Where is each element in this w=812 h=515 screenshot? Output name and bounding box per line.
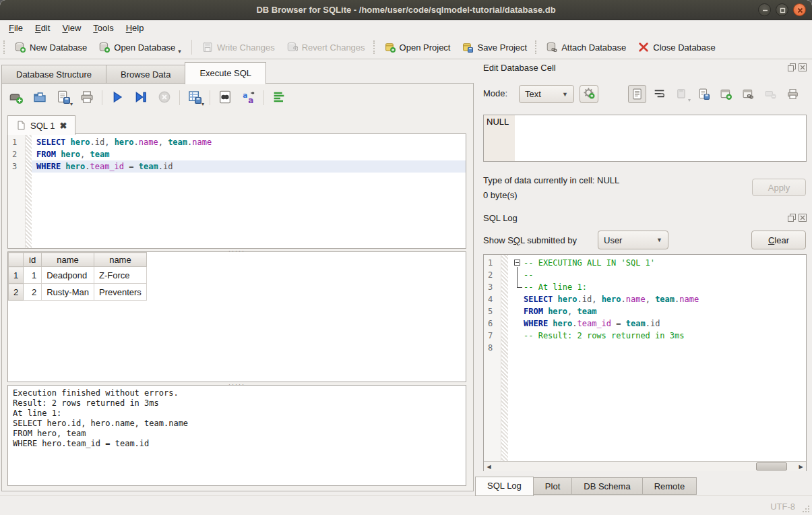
scroll-right-icon[interactable]: ▶ <box>796 462 806 471</box>
cell[interactable]: 1 <box>24 267 42 284</box>
tab-sql-log[interactable]: SQL Log <box>475 477 534 496</box>
attach-database-button[interactable]: Attach Database <box>540 38 632 57</box>
sql-doc-tab[interactable]: SQL 1 ✖ <box>7 115 75 135</box>
close-dock-icon[interactable] <box>799 63 807 71</box>
save-sql-file-button[interactable]: ▾ <box>55 89 72 107</box>
import-data-button: ▾ <box>673 85 691 103</box>
cell[interactable]: Rusty-Man <box>42 284 94 301</box>
cell-editor[interactable]: NULL <box>483 115 807 162</box>
sql-log-view[interactable]: 12345678-- EXECUTING ALL IN 'SQL 1'---- … <box>483 254 807 471</box>
text-view-button[interactable] <box>628 85 646 103</box>
log-horizontal-scrollbar[interactable]: ◀ ▶ <box>484 461 806 471</box>
tab-browse-data[interactable]: Browse Data <box>106 65 185 84</box>
toolbar-drag-handle[interactable] <box>535 40 537 54</box>
close-button[interactable] <box>793 3 806 16</box>
grid-corner-header[interactable] <box>9 253 24 267</box>
save-project-button[interactable]: Save Project <box>456 38 533 57</box>
find-and-replace-button[interactable]: aa <box>240 89 257 107</box>
float-dock-icon[interactable] <box>788 63 796 71</box>
export-data-button[interactable] <box>695 85 713 103</box>
line-number: 8 <box>484 342 501 354</box>
find-text-button[interactable] <box>216 89 234 107</box>
apply-button[interactable]: Apply <box>752 179 806 196</box>
close-database-button[interactable]: Close Database <box>632 38 722 57</box>
tab-execute-sql[interactable]: Execute SQL <box>185 62 266 84</box>
auto-switch-mode-button[interactable] <box>580 85 598 103</box>
toolbar-separator <box>210 90 210 105</box>
minimize-button[interactable] <box>758 3 771 16</box>
column-header-id[interactable]: id <box>24 253 42 267</box>
row-header[interactable]: 2 <box>9 284 24 301</box>
cell-type-info: Type of data currently in cell: NULL <box>483 175 619 185</box>
code-area[interactable]: -- EXECUTING ALL IN 'SQL 1'---- At line … <box>508 255 806 461</box>
log-filter-value: User <box>604 235 622 245</box>
column-header-name[interactable]: name <box>94 253 146 267</box>
fold-marker-icon[interactable] <box>513 257 524 269</box>
log-filter-select[interactable]: User ▼ <box>598 231 668 249</box>
close-sql-tab-icon[interactable]: ✖ <box>59 121 67 131</box>
new-database-button[interactable]: New Database <box>9 38 93 57</box>
toolbar-separator <box>102 90 102 105</box>
open-database-button[interactable]: Open Database▾ <box>93 38 187 57</box>
cell[interactable]: 2 <box>24 284 42 301</box>
code-line <box>508 342 806 354</box>
close-dock-icon[interactable] <box>799 214 807 222</box>
execute-all-button[interactable] <box>108 89 126 107</box>
dropdown-caret-icon[interactable]: ▾ <box>178 48 181 55</box>
column-header-name[interactable]: name <box>42 253 94 267</box>
copy-link-button[interactable] <box>739 85 757 103</box>
clear-log-button[interactable]: Clear <box>751 231 806 249</box>
fold-margin <box>501 255 508 461</box>
results-table[interactable]: idnamename11DeadpondZ-Force22Rusty-ManPr… <box>8 252 147 301</box>
cell[interactable]: Z-Force <box>94 267 146 284</box>
toolbar-separator <box>191 40 192 55</box>
row-header[interactable]: 1 <box>9 267 24 284</box>
mode-select[interactable]: Text ▼ <box>519 85 574 103</box>
open-sql-file-button[interactable] <box>31 89 49 107</box>
revert-changes-button[interactable]: Revert Changes <box>281 38 371 57</box>
gear-go-icon <box>584 88 595 99</box>
resize-grip[interactable] <box>802 505 810 513</box>
save-results-button[interactable]: ▾ <box>186 89 204 107</box>
find-text-icon <box>218 90 232 104</box>
menu-tools[interactable]: Tools <box>87 22 119 34</box>
scroll-left-icon[interactable]: ◀ <box>484 462 494 471</box>
open-project-button[interactable]: Open Project <box>379 38 457 57</box>
execution-message-pane[interactable]: Execution finished without errors. Resul… <box>7 385 466 486</box>
code-area[interactable]: SELECT hero.id, hero.name, team.nameFROM… <box>32 134 466 248</box>
toolbar-drag-handle[interactable] <box>373 40 375 54</box>
write-changes-button[interactable]: Write Changes <box>196 38 281 57</box>
tab-db-schema[interactable]: DB Schema <box>571 477 642 495</box>
cell[interactable]: Deadpond <box>42 267 94 284</box>
print-cell-button[interactable] <box>784 85 802 103</box>
tab-plot[interactable]: Plot <box>533 477 572 495</box>
execute-current-line-button[interactable] <box>132 89 150 107</box>
title-bar[interactable]: DB Browser for SQLite - /home/user/code/… <box>0 0 812 20</box>
menu-edit[interactable]: Edit <box>29 22 56 34</box>
save-project-icon <box>462 42 473 53</box>
new-database-label: New Database <box>30 42 87 53</box>
print-cell-icon <box>787 88 799 100</box>
menu-view[interactable]: View <box>56 22 87 34</box>
menu-file[interactable]: File <box>3 22 29 34</box>
sql-editor[interactable]: 123SELECT hero.id, hero.name, team.nameF… <box>7 133 466 249</box>
line-numbers: 12345678 <box>484 255 501 461</box>
open-sql-tab-button[interactable] <box>7 89 25 107</box>
cell[interactable]: Preventers <box>94 284 146 301</box>
tab-remote[interactable]: Remote <box>642 477 697 495</box>
tab-database-structure[interactable]: Database Structure <box>1 65 106 84</box>
encoding-label[interactable]: UTF-8 <box>770 502 795 512</box>
word-wrap-button[interactable] <box>650 85 668 103</box>
open-in-external-app-button[interactable] <box>717 85 735 103</box>
execute-all-icon <box>111 90 124 104</box>
revert-changes-label: Revert Changes <box>302 42 365 53</box>
results-grid[interactable]: idnamename11DeadpondZ-Force22Rusty-ManPr… <box>7 251 466 382</box>
maximize-button[interactable] <box>776 3 788 16</box>
scrollbar-thumb[interactable] <box>756 462 787 471</box>
toolbar-drag-handle[interactable] <box>3 40 5 54</box>
menu-help[interactable]: Help <box>120 22 150 34</box>
dropdown-caret-icon: ▾ <box>688 97 691 103</box>
print-sql-button[interactable] <box>78 89 96 107</box>
format-sql-button[interactable] <box>270 89 288 107</box>
float-dock-icon[interactable] <box>788 214 796 222</box>
